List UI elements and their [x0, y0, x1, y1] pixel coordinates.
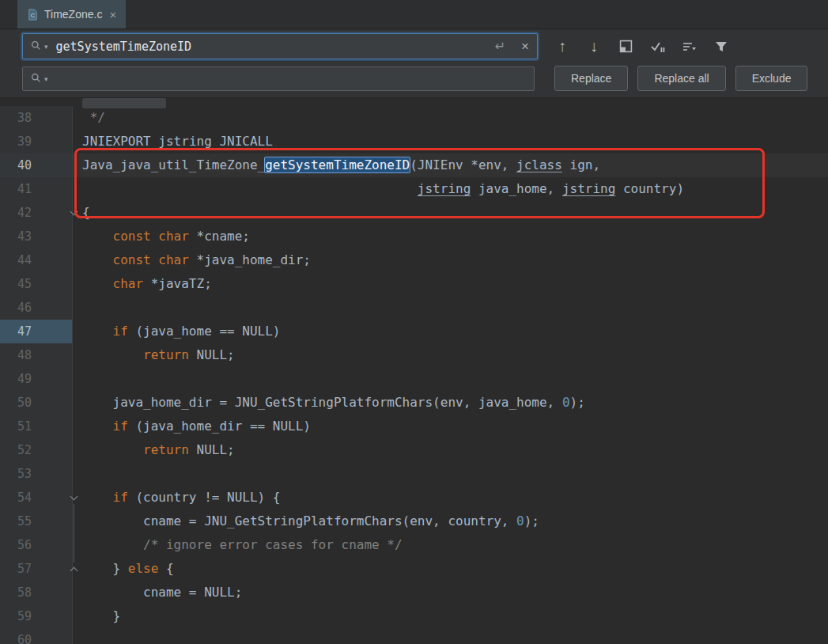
tab-title: TimeZone.c — [44, 8, 102, 21]
replace-magnifier-icon — [31, 72, 41, 86]
code-line: 41 jstring java_home, jstring country) — [0, 177, 828, 201]
line-number: 44 — [0, 248, 32, 272]
code-text: java_home_dir = JNU_GetStringPlatformCha… — [73, 391, 828, 415]
line-number: 41 — [0, 177, 32, 201]
line-number: 48 — [0, 343, 32, 367]
tab-timezone-c[interactable]: C TimeZone.c × — [17, 0, 126, 28]
find-toolbar: ↑ ↓ — [555, 33, 728, 59]
open-in-find-window-icon[interactable] — [618, 40, 633, 53]
gutter[interactable]: 49 — [0, 367, 73, 391]
code-text: return NULL; — [73, 343, 828, 367]
code-editor[interactable]: 38 */39JNIEXPORT jstring JNICALL40Java_j… — [0, 98, 828, 644]
code-text: { — [73, 201, 828, 225]
code-line: 45 char *javaTZ; — [0, 272, 828, 296]
gutter[interactable]: 56 — [0, 533, 73, 557]
replace-buttons: Replace Replace all Exclude — [554, 66, 807, 91]
code-text: Java_java_util_TimeZone_getSystemTimeZon… — [73, 153, 828, 177]
code-text: cname = JNU_GetStringPlatformChars(env, … — [73, 510, 828, 533]
c-file-icon: C — [27, 9, 39, 21]
code-line: 55 cname = JNU_GetStringPlatformChars(en… — [0, 510, 828, 533]
line-number: 39 — [0, 130, 32, 153]
code-line: 48 return NULL; — [0, 343, 828, 367]
gutter[interactable]: 54 — [0, 486, 73, 510]
replace-all-button[interactable]: Replace all — [637, 66, 725, 91]
code-line: 60 — [0, 628, 828, 644]
gutter[interactable]: 39 — [0, 130, 73, 153]
match-case-icon[interactable] — [650, 40, 665, 53]
tab-close-icon[interactable]: × — [109, 9, 116, 21]
line-number: 53 — [0, 462, 32, 486]
gutter[interactable]: 38 — [0, 106, 73, 130]
gutter[interactable]: 44 — [0, 248, 73, 272]
gutter[interactable]: 57 — [0, 557, 73, 581]
line-number: 58 — [0, 581, 32, 604]
gutter[interactable]: 42 — [0, 201, 73, 225]
code-line: 58 cname = NULL; — [0, 581, 828, 604]
code-text — [73, 462, 828, 486]
fold-marker-icon[interactable] — [66, 201, 81, 225]
code-text: } else { — [73, 557, 828, 581]
code-line: 50 java_home_dir = JNU_GetStringPlatform… — [0, 391, 828, 415]
code-text: /* ignore error cases for cname */ — [73, 533, 828, 557]
gutter[interactable]: 51 — [0, 415, 73, 438]
current-search-match: getSystemTimeZoneID — [265, 157, 410, 172]
gutter[interactable]: 52 — [0, 438, 73, 462]
gutter[interactable]: 41 — [0, 177, 73, 201]
code-line: 49 — [0, 367, 828, 391]
ide-window: C TimeZone.c × ▾ getSystemTimeZoneID ↵ ×… — [0, 0, 828, 644]
line-number: 40 — [0, 153, 32, 177]
code-text: char *javaTZ; — [73, 272, 828, 296]
gutter[interactable]: 40 — [0, 153, 73, 177]
code-text — [73, 628, 828, 644]
svg-text:C: C — [31, 12, 36, 19]
line-number: 46 — [0, 296, 32, 320]
exclude-button[interactable]: Exclude — [735, 66, 808, 91]
line-number: 47 — [0, 320, 32, 343]
search-input[interactable]: ▾ getSystemTimeZoneID ↵ × — [22, 33, 538, 59]
code-line: 52 return NULL; — [0, 438, 828, 462]
code-line: 40Java_java_util_TimeZone_getSystemTimeZ… — [0, 153, 828, 177]
code-text: const char *cname; — [73, 225, 828, 248]
code-line: 39JNIEXPORT jstring JNICALL — [0, 130, 828, 153]
line-number: 42 — [0, 201, 32, 225]
line-number: 50 — [0, 391, 32, 415]
gutter[interactable]: 59 — [0, 604, 73, 628]
code-text: */ — [73, 106, 828, 130]
code-line: 57 } else { — [0, 557, 828, 581]
gutter[interactable]: 47 — [0, 320, 73, 343]
multiline-lines-icon[interactable] — [682, 41, 697, 52]
code-text: const char *java_home_dir; — [73, 248, 828, 272]
gutter[interactable]: 43 — [0, 225, 73, 248]
code-lines: 38 */39JNIEXPORT jstring JNICALL40Java_j… — [0, 106, 828, 644]
code-text: } — [73, 604, 828, 628]
gutter[interactable]: 50 — [0, 391, 73, 415]
code-text — [73, 296, 828, 320]
replace-input[interactable]: ▾ — [22, 66, 535, 91]
find-replace-panel: ▾ getSystemTimeZoneID ↵ × ↑ ↓ — [0, 29, 828, 98]
gutter[interactable]: 55 — [0, 510, 73, 533]
search-magnifier-icon — [31, 40, 41, 54]
gutter[interactable]: 53 — [0, 462, 73, 486]
replace-button[interactable]: Replace — [554, 66, 628, 91]
next-occurrence-button[interactable]: ↓ — [587, 37, 601, 55]
gutter[interactable]: 46 — [0, 296, 73, 320]
replace-history-caret-icon[interactable]: ▾ — [44, 75, 48, 83]
code-line: 43 const char *cname; — [0, 225, 828, 248]
code-text — [73, 367, 828, 391]
search-history-caret-icon[interactable]: ▾ — [44, 43, 48, 51]
gutter[interactable]: 48 — [0, 343, 73, 367]
previous-occurrence-button[interactable]: ↑ — [555, 37, 569, 55]
code-line: 46 — [0, 296, 828, 320]
line-number: 49 — [0, 367, 32, 391]
code-line: 42{ — [0, 201, 828, 225]
gutter[interactable]: 58 — [0, 581, 73, 604]
code-line: 59 } — [0, 604, 828, 628]
line-number: 52 — [0, 438, 32, 462]
gutter[interactable]: 45 — [0, 272, 73, 296]
filter-icon[interactable] — [714, 41, 728, 52]
gutter[interactable]: 60 — [0, 628, 73, 644]
clear-search-icon[interactable]: × — [521, 39, 529, 55]
newline-icon[interactable]: ↵ — [495, 39, 505, 54]
code-text: cname = NULL; — [73, 581, 828, 604]
line-number: 45 — [0, 272, 32, 296]
